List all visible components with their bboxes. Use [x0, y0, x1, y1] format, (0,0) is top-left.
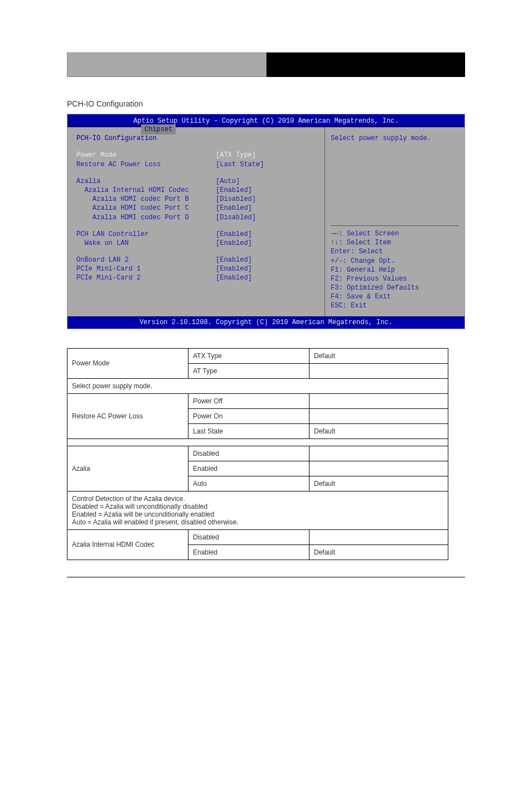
bios-setting-value: [Disabled] — [216, 213, 256, 222]
setting-default: Default — [309, 423, 448, 438]
bios-setting[interactable]: Wake on LAN[Enabled] — [76, 239, 319, 248]
bios-setting[interactable]: PCIe Mini-Card 2[Enabled] — [76, 273, 319, 282]
setting-option: Disabled — [188, 446, 309, 461]
bios-setting-value: [Enabled] — [216, 273, 252, 282]
bios-setting-label: Azalia — [76, 177, 216, 186]
table-note: Select power supply mode. — [67, 378, 448, 393]
bios-setting[interactable]: PCH LAN Controller[Enabled] — [76, 230, 319, 239]
bios-setting-label: Restore AC Power Loss — [76, 160, 216, 169]
bios-setting-label: Power Mode — [76, 151, 216, 160]
setting-default — [309, 408, 448, 423]
bios-setting-label: OnBoard LAN 2 — [76, 256, 216, 264]
page-header — [67, 52, 465, 77]
setting-default — [309, 446, 448, 461]
setting-default: Default — [309, 544, 448, 560]
bios-setting-label: Azalia Internal HDMI Codec — [76, 186, 216, 195]
setting-option: ATX Type — [188, 348, 309, 363]
bios-title: Aptio Setup Utility – Copyright (C) 2010… — [133, 117, 398, 125]
setting-option: Enabled — [188, 544, 309, 560]
bios-footer: Version 2.10.1208. Copyright (C) 2010 Am… — [67, 316, 465, 329]
bios-setting[interactable]: OnBoard LAN 2[Enabled] — [76, 256, 319, 264]
bios-key-line: Enter: Select — [331, 247, 459, 256]
setting-name: Restore AC Power Loss — [67, 393, 188, 438]
bios-help-panel: Select power supply mode. →←: Select Scr… — [325, 127, 465, 316]
bios-setting-value: [Last State] — [216, 160, 264, 169]
bios-setting-value: [Disabled] — [216, 195, 256, 204]
bios-setting[interactable]: Azalia HDMI codec Port D[Disabled] — [76, 213, 319, 222]
bios-setting-label: PCIe Mini-Card 1 — [76, 264, 216, 273]
bios-setting[interactable]: Azalia[Auto] — [76, 177, 319, 186]
table-row — [67, 438, 448, 446]
setting-default: Default — [309, 476, 448, 491]
bios-key-line: ESC: Exit — [331, 301, 459, 310]
bios-setting-value: [Enabled] — [216, 204, 252, 213]
bios-key-line: F2: Previous Values — [331, 274, 459, 283]
header-left — [67, 52, 267, 77]
table-note — [67, 438, 448, 446]
table-row: Control Detection of the Azalia device. … — [67, 491, 448, 529]
setting-default — [309, 461, 448, 476]
table-row: Azalia Internal HDMI CodecDisabled — [67, 529, 448, 544]
bios-key-line: F3: Optimized Defaults — [331, 283, 459, 292]
bios-title-bar: Aptio Setup Utility – Copyright (C) 2010… — [67, 114, 465, 127]
bios-setting-label: Wake on LAN — [76, 239, 216, 248]
bios-setting-label: PCIe Mini-Card 2 — [76, 273, 216, 282]
bios-setting-value: [Enabled] — [216, 239, 252, 248]
setting-option: Last State — [188, 423, 309, 438]
setting-option: Auto — [188, 476, 309, 491]
bios-setting-label: Azalia HDMI codec Port B — [76, 195, 216, 204]
setting-option: Power On — [188, 408, 309, 423]
table-row: Power ModeATX TypeDefault — [67, 348, 448, 363]
bios-setting-value: [Enabled] — [216, 230, 252, 239]
bios-setting-value: [Enabled] — [216, 186, 252, 195]
table-row: Restore AC Power LossPower Off — [67, 393, 448, 408]
bios-key-line: +/-: Change Opt. — [331, 257, 459, 266]
bios-key-legend: →←: Select Screen↑↓: Select ItemEnter: S… — [331, 225, 459, 311]
bios-setting-label: Azalia HDMI codec Port D — [76, 213, 216, 222]
page-footer — [67, 577, 465, 581]
table-row: Select power supply mode. — [67, 378, 448, 393]
setting-default: Default — [309, 348, 448, 363]
setting-option: AT Type — [188, 363, 309, 378]
setting-option: Enabled — [188, 461, 309, 476]
bios-setting[interactable]: Azalia HDMI codec Port C[Enabled] — [76, 204, 319, 213]
table-row: AzaliaDisabled — [67, 446, 448, 461]
bios-key-line: F4: Save & Exit — [331, 292, 459, 301]
bios-setting-value: [ATX Type] — [216, 151, 256, 160]
bios-setting-label: Azalia HDMI codec Port C — [76, 204, 216, 213]
bios-setting[interactable]: Azalia Internal HDMI Codec[Enabled] — [76, 186, 319, 195]
bios-setting-value: [Enabled] — [216, 256, 252, 264]
bios-screenshot: Aptio Setup Utility – Copyright (C) 2010… — [67, 114, 465, 329]
bios-setting-value: [Auto] — [216, 177, 240, 186]
bios-key-line: ↑↓: Select Item — [331, 238, 459, 247]
bios-setting-label: PCH LAN Controller — [76, 230, 216, 239]
table-note: Control Detection of the Azalia device. … — [67, 491, 448, 529]
bios-key-line: F1: General Help — [331, 266, 459, 274]
setting-option: Disabled — [188, 529, 309, 544]
setting-name: Azalia — [67, 446, 188, 491]
bios-setting[interactable]: Restore AC Power Loss[Last State] — [76, 160, 319, 169]
setting-default — [309, 529, 448, 544]
bios-setting-value: [Enabled] — [216, 264, 252, 273]
bios-setting[interactable]: Power Mode[ATX Type] — [76, 151, 319, 160]
bios-heading: PCH-IO Configuration — [76, 134, 319, 143]
header-right — [267, 52, 465, 77]
setting-name: Power Mode — [67, 348, 188, 378]
bios-setting[interactable]: PCIe Mini-Card 1[Enabled] — [76, 264, 319, 273]
setting-default — [309, 393, 448, 408]
bios-setting[interactable]: Azalia HDMI codec Port B[Disabled] — [76, 195, 319, 204]
setting-name: Azalia Internal HDMI Codec — [67, 529, 188, 560]
bios-main-panel: PCH-IO Configuration Power Mode[ATX Type… — [67, 127, 325, 316]
bios-help-text: Select power supply mode. — [331, 134, 459, 143]
setting-option: Power Off — [188, 393, 309, 408]
section-title: PCH-IO Configuration — [67, 99, 465, 108]
options-table: Power ModeATX TypeDefaultAT TypeSelect p… — [67, 348, 448, 560]
setting-default — [309, 363, 448, 378]
bios-key-line: →←: Select Screen — [331, 229, 459, 238]
